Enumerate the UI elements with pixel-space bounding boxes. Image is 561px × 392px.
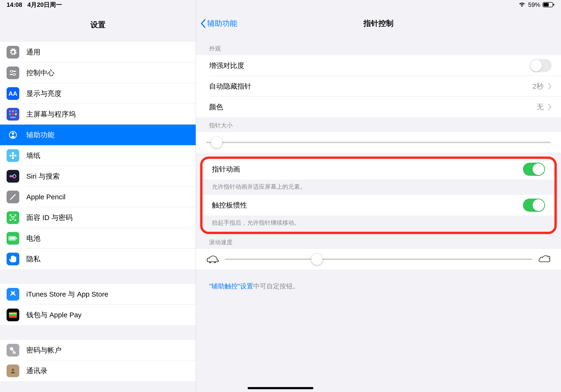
row-autohide[interactable]: 自动隐藏指针 2秒 (196, 76, 561, 97)
section-header-appearance: 外观 (196, 40, 561, 55)
sidebar-item-label: 辅助功能 (26, 130, 54, 140)
grid-icon (7, 108, 19, 120)
sidebar-item-label: Siri 与搜索 (26, 172, 60, 181)
sidebar-item-label: 通讯录 (26, 366, 47, 376)
sidebar-item-label: Apple Pencil (26, 193, 65, 201)
sidebar-item-contacts[interactable]: 通讯录 (0, 360, 196, 381)
sidebar-item-control[interactable]: 控制中心 (0, 63, 196, 83)
home-indicator[interactable] (248, 387, 313, 389)
row-color[interactable]: 颜色 无 (196, 97, 561, 117)
row-contrast[interactable]: 增强对比度 (196, 55, 561, 76)
row-pointer-animation[interactable]: 指针动画 (203, 159, 554, 180)
sidebar-item-label: iTunes Store 与 App Store (26, 290, 108, 299)
svg-point-5 (11, 70, 13, 72)
svg-rect-2 (553, 4, 554, 6)
sliders-icon (7, 66, 19, 79)
svg-rect-9 (15, 110, 17, 112)
sidebar-item-general[interactable]: 通用 (0, 42, 196, 63)
pointer-size-slider[interactable] (206, 142, 551, 143)
slider-speed-row (196, 249, 561, 270)
sidebar-item-display[interactable]: AA显示与亮度 (0, 83, 196, 104)
footer-animation: 允许指针动画并适应屏幕上的元素。 (203, 180, 554, 195)
row-label: 自动隐藏指针 (209, 82, 251, 91)
row-value: 无 (537, 102, 544, 112)
aa-icon: AA (7, 87, 19, 100)
face-icon (7, 211, 19, 224)
detail-pane: 辅助功能 指针控制 外观 增强对比度 自动隐藏指针 2秒 颜色 无 (196, 0, 561, 392)
sidebar-item-privacy[interactable]: 隐私 (0, 249, 196, 269)
status-bar: 14:08 4月20日周一 59% (0, 0, 561, 9)
row-trackpad-inertia[interactable]: 触控板惯性 (203, 195, 554, 216)
sidebar-item-battery[interactable]: 电池 (0, 228, 196, 249)
sidebar-item-label: 隐私 (26, 254, 40, 264)
appstore-icon (7, 288, 19, 301)
sidebar-item-accessibility[interactable]: 辅助功能 (0, 125, 196, 145)
svg-rect-25 (9, 237, 15, 240)
svg-rect-13 (10, 117, 15, 118)
row-label: 增强对比度 (209, 61, 244, 70)
page-title: 指针控制 (363, 18, 393, 29)
footer-rest: 中可自定按钮。 (253, 282, 299, 291)
svg-point-33 (12, 369, 14, 371)
svg-point-16 (12, 155, 14, 157)
sidebar-item-label: 通用 (26, 47, 40, 57)
slider-thumb[interactable] (211, 137, 222, 148)
svg-rect-7 (9, 110, 11, 112)
scroll-speed-slider[interactable] (225, 259, 532, 260)
battery-icon (7, 232, 19, 245)
footer-inertia: 抬起手指后，允许指针继续移动。 (203, 216, 554, 232)
toggle-contrast[interactable] (529, 59, 552, 72)
sidebar-item-label: 钱包与 Apple Pay (26, 310, 82, 320)
svg-point-19 (9, 155, 11, 157)
svg-rect-8 (12, 110, 14, 112)
pencil-icon (7, 191, 19, 203)
sidebar-title: 设置 (0, 13, 196, 37)
battery-icon (543, 2, 554, 8)
status-time: 14:08 (7, 1, 22, 9)
sidebar-item-wallpaper[interactable]: 墙纸 (0, 145, 196, 166)
toggle-pointer-animation[interactable] (523, 163, 545, 176)
sidebar-item-pencil[interactable]: Apple Pencil (0, 187, 196, 207)
sidebar-item-label: 主屏幕与程序坞 (26, 109, 76, 119)
sidebar-item-passwords[interactable]: 密码与帐户 (0, 340, 196, 360)
sidebar-item-label: 电池 (26, 234, 40, 243)
svg-rect-11 (12, 113, 14, 115)
rabbit-icon (538, 255, 551, 264)
sidebar-item-itunes[interactable]: iTunes Store 与 App Store (0, 284, 196, 305)
svg-rect-26 (16, 238, 17, 239)
detail-header: 辅助功能 指针控制 (196, 13, 561, 34)
svg-rect-10 (9, 113, 11, 115)
sidebar-item-label: 墙纸 (26, 151, 40, 161)
back-label: 辅助功能 (207, 18, 237, 29)
slider-size-row (196, 132, 561, 153)
svg-point-18 (12, 157, 14, 159)
siri-icon (7, 170, 19, 183)
slider-thumb[interactable] (311, 254, 323, 265)
svg-point-6 (13, 73, 15, 76)
svg-point-17 (12, 152, 14, 154)
tortoise-icon (206, 255, 219, 264)
sidebar-item-home[interactable]: 主屏幕与程序坞 (0, 104, 196, 125)
assistive-touch-link[interactable]: "辅助触控"设置 (209, 282, 253, 291)
svg-point-23 (14, 217, 14, 218)
sidebar-item-label: 显示与亮度 (26, 89, 62, 98)
sidebar-item-wallet[interactable]: 钱包与 Apple Pay (0, 305, 196, 325)
gear-icon (7, 46, 19, 58)
section-header-speed: 滚动速度 (196, 236, 561, 249)
sidebar: 设置 通用控制中心AA显示与亮度主屏幕与程序坞辅助功能墙纸Siri 与搜索App… (0, 0, 196, 392)
flower-icon (7, 149, 19, 162)
sidebar-item-faceid[interactable]: 面容 ID 与密码 (0, 207, 196, 228)
svg-point-15 (12, 132, 14, 134)
contacts-icon (7, 364, 19, 377)
hand-icon (7, 253, 19, 265)
wifi-icon (518, 2, 526, 8)
svg-point-22 (11, 217, 12, 218)
highlighted-section: 指针动画 允许指针动画并适应屏幕上的元素。 触控板惯性 抬起手指后，允许指针继续… (200, 156, 557, 234)
row-label: 触控板惯性 (212, 200, 247, 210)
back-button[interactable]: 辅助功能 (201, 18, 237, 29)
sidebar-item-siri[interactable]: Siri 与搜索 (0, 166, 196, 187)
row-label: 指针动画 (212, 164, 240, 174)
sidebar-item-label: 面容 ID 与密码 (26, 213, 73, 223)
toggle-trackpad-inertia[interactable] (523, 199, 545, 212)
sidebar-item-label: 密码与帐户 (26, 346, 62, 355)
